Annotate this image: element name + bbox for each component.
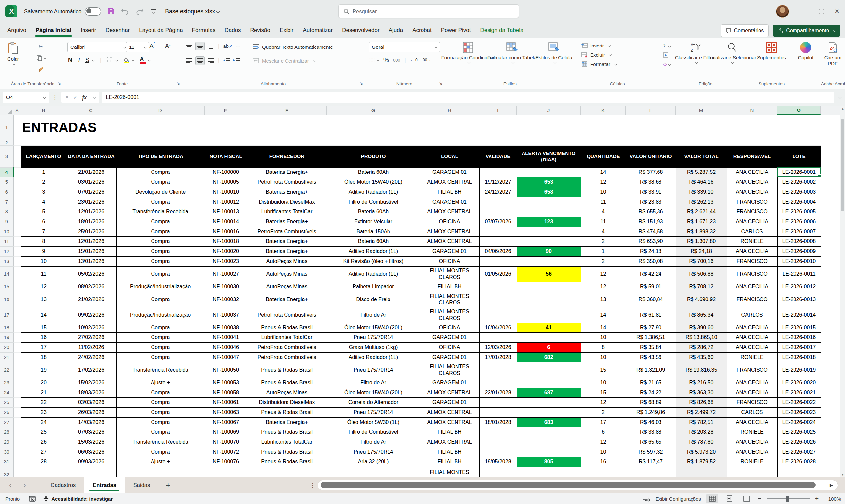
- cell-N13[interactable]: FRANCISCO: [727, 256, 777, 266]
- cell-A28[interactable]: [13, 427, 21, 437]
- cell-M31[interactable]: R$ 1.879,52: [676, 457, 727, 467]
- table-header-D[interactable]: TIPO DE ENTRADA: [116, 145, 205, 167]
- row-header-2[interactable]: 2: [0, 140, 13, 145]
- row-header-25[interactable]: 25: [0, 397, 13, 407]
- cell-F21[interactable]: PetroFrota Combustíveis: [247, 352, 327, 362]
- cell-D6[interactable]: Devolução de Cliente: [116, 187, 205, 197]
- font-name-select[interactable]: Calibri: [67, 42, 129, 52]
- cell-A11[interactable]: [13, 236, 21, 246]
- row-header-5[interactable]: 5: [0, 177, 13, 187]
- cell-B14[interactable]: 11: [21, 266, 66, 282]
- cell-D17[interactable]: Produção/Industrialização: [116, 307, 205, 323]
- cell-L31[interactable]: R$ 117,47: [626, 457, 676, 467]
- cell-O17[interactable]: LE-2026-0014: [777, 307, 821, 323]
- cell-E10[interactable]: NF-100016: [205, 227, 247, 236]
- fill-icon[interactable]: [663, 52, 671, 58]
- row-header-3[interactable]: 3: [0, 145, 13, 167]
- cell-I27[interactable]: 18/01/2028: [479, 417, 516, 427]
- column-header-D[interactable]: D: [116, 106, 205, 115]
- file-name[interactable]: Base estoques.xlsx: [165, 8, 215, 15]
- cell-N4[interactable]: ANA CECILIA: [727, 167, 777, 177]
- cell-H9[interactable]: OFICINA: [420, 217, 479, 227]
- cell-H12[interactable]: GARAGEM 01: [420, 246, 479, 256]
- cell-N12[interactable]: ANA CECILIA: [727, 246, 777, 256]
- cell-H10[interactable]: ALMOX CENTRAL: [420, 227, 479, 236]
- ribbon-tab-dados[interactable]: Dados: [220, 22, 245, 38]
- row-header-10[interactable]: 10: [0, 227, 13, 236]
- cell-L21[interactable]: R$ 43,56: [626, 352, 676, 362]
- cell-L4[interactable]: R$ 377,68: [626, 167, 676, 177]
- cell-D24[interactable]: Compra: [116, 388, 205, 397]
- cell-O20[interactable]: LE-2026-0017: [777, 342, 821, 352]
- cell-H4[interactable]: GARAGEM 01: [420, 167, 479, 177]
- cell-F28[interactable]: Pneus & Rodas Brasil: [247, 427, 327, 437]
- row-header-6[interactable]: 6: [0, 187, 13, 197]
- cell-M22[interactable]: R$ 19.816,35: [676, 362, 727, 378]
- cell-K21[interactable]: 10: [581, 352, 626, 362]
- cell-G30[interactable]: Pneu 175/70R14: [327, 447, 420, 457]
- cell-J5[interactable]: 653: [516, 177, 581, 187]
- cell-A26[interactable]: [13, 407, 21, 417]
- cell-C17[interactable]: 09/02/2026: [66, 307, 116, 323]
- cell-N29[interactable]: ANA CECILIA: [727, 437, 777, 447]
- decrease-font-icon[interactable]: Aˇ: [165, 42, 170, 50]
- align-right-icon[interactable]: [207, 58, 214, 64]
- table-header-O[interactable]: LOTE: [777, 145, 821, 167]
- ribbon-tab-p-gina-inicial[interactable]: Página Inicial: [31, 22, 76, 38]
- cell-F5[interactable]: PetroFrota Combustíveis: [247, 177, 327, 187]
- cell-N30[interactable]: ANA CECILIA: [727, 447, 777, 457]
- cell-N28[interactable]: RONIELE: [727, 427, 777, 437]
- cell-D10[interactable]: Compra: [116, 227, 205, 236]
- cell-C24[interactable]: 18/03/2026: [66, 388, 116, 397]
- cell-F6[interactable]: Baterias Energia+: [247, 187, 327, 197]
- cell-I25[interactable]: [479, 397, 516, 407]
- borders-icon[interactable]: [107, 57, 113, 63]
- cell-A10[interactable]: [13, 227, 21, 236]
- cell-N16[interactable]: FRANCISCO: [727, 292, 777, 307]
- align-middle-icon[interactable]: [195, 42, 205, 51]
- row-header-13[interactable]: 13: [0, 256, 13, 266]
- row-header-29[interactable]: 29: [0, 437, 13, 447]
- cell-M23[interactable]: R$ 216,50: [676, 378, 727, 388]
- ribbon-tab-design-da-tabela[interactable]: Design da Tabela: [475, 22, 528, 38]
- cell-E20[interactable]: NF-100046: [205, 342, 247, 352]
- cell-L11[interactable]: R$ 653,90: [626, 236, 676, 246]
- cell-O16[interactable]: LE-2026-0013: [777, 292, 821, 307]
- cell-I21[interactable]: 17/01/2028: [479, 352, 516, 362]
- cell-F10[interactable]: PetroFrota Combustíveis: [247, 227, 327, 236]
- cell-N23[interactable]: ANA CECILIA: [727, 378, 777, 388]
- cell-K18[interactable]: 14: [581, 323, 626, 332]
- table-header-C[interactable]: DATA DA ENTRADA: [66, 145, 116, 167]
- cell-B21[interactable]: 18: [21, 352, 66, 362]
- cell-B8[interactable]: 5: [21, 207, 66, 217]
- cell-A16[interactable]: [13, 292, 21, 307]
- cell-N27[interactable]: ANA CECILIA: [727, 417, 777, 427]
- cell-A30[interactable]: [13, 447, 21, 457]
- cell-M6[interactable]: R$ 339,10: [676, 187, 727, 197]
- cell-D12[interactable]: Compra: [116, 246, 205, 256]
- merge-center-button[interactable]: Mesclar e Centralizar: [252, 58, 316, 64]
- cell-J4[interactable]: [516, 167, 581, 177]
- column-header-J[interactable]: J: [516, 106, 581, 115]
- cell-N26[interactable]: CARLOS: [727, 407, 777, 417]
- cell-K27[interactable]: 17: [581, 417, 626, 427]
- cell-M12[interactable]: R$ 24,18: [676, 246, 727, 256]
- cell-G10[interactable]: Bateria 150Ah: [327, 227, 420, 236]
- ribbon-tab-inserir[interactable]: Inserir: [76, 22, 101, 38]
- name-box[interactable]: O4: [3, 92, 49, 103]
- cell-L32[interactable]: [626, 467, 676, 477]
- cell-N19[interactable]: ANA CECILIA: [727, 332, 777, 342]
- cell-H25[interactable]: GARAGEM 01: [420, 397, 479, 407]
- cell-L25[interactable]: R$ 68,89: [626, 397, 676, 407]
- cell-D14[interactable]: Compra: [116, 266, 205, 282]
- cell-K14[interactable]: 12: [581, 266, 626, 282]
- cell-C9[interactable]: 18/01/2026: [66, 217, 116, 227]
- cell-J12[interactable]: 90: [516, 246, 581, 256]
- row-header-16[interactable]: 16: [0, 292, 13, 307]
- cell-I26[interactable]: [479, 407, 516, 417]
- table-header-B[interactable]: LANÇAMENTO: [21, 145, 66, 167]
- font-color-icon[interactable]: A: [140, 56, 146, 64]
- number-format-select[interactable]: Geral: [369, 42, 440, 52]
- insert-function-icon[interactable]: fx: [82, 94, 87, 101]
- redo-icon[interactable]: [135, 7, 144, 15]
